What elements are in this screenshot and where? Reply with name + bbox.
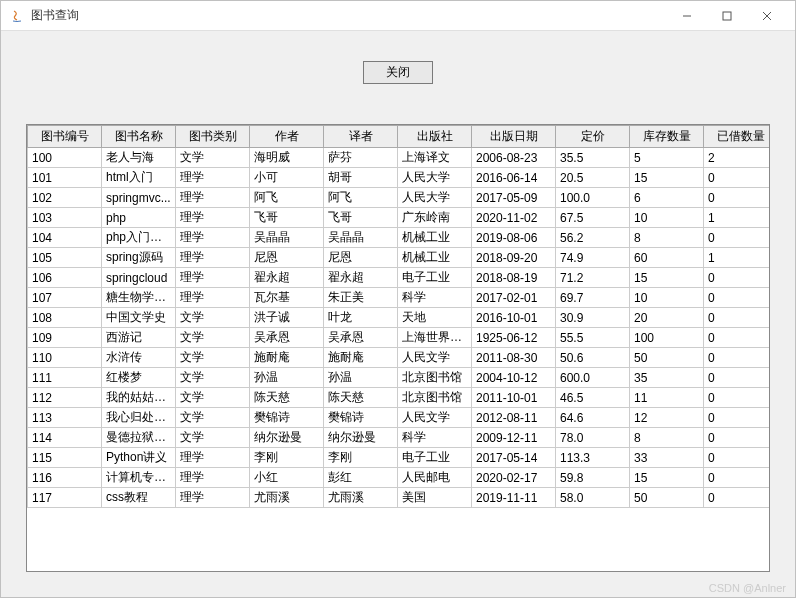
table-cell[interactable]: 2011-08-30 <box>472 348 556 368</box>
column-header[interactable]: 出版社 <box>398 126 472 148</box>
table-cell[interactable]: 陈天慈 <box>250 388 324 408</box>
table-cell[interactable]: 朱正美 <box>324 288 398 308</box>
column-header[interactable]: 定价 <box>556 126 630 148</box>
table-cell[interactable]: 小可 <box>250 168 324 188</box>
table-cell[interactable]: 101 <box>28 168 102 188</box>
table-cell[interactable]: 翟永超 <box>324 268 398 288</box>
table-row[interactable]: 107糖生物学基础理学瓦尔基朱正美科学2017-02-0169.7100 <box>28 288 771 308</box>
table-cell[interactable]: 理学 <box>176 288 250 308</box>
table-cell[interactable]: 11 <box>630 388 704 408</box>
table-cell[interactable]: 李刚 <box>250 448 324 468</box>
table-row[interactable]: 101html入门理学小可胡哥人民大学2016-06-1420.5150 <box>28 168 771 188</box>
table-row[interactable]: 117css教程理学尤雨溪尤雨溪美国2019-11-1158.0500 <box>28 488 771 508</box>
table-cell[interactable]: 102 <box>28 188 102 208</box>
table-cell[interactable]: 纳尔逊曼 <box>250 428 324 448</box>
table-cell[interactable]: 100.0 <box>556 188 630 208</box>
table-cell[interactable]: 0 <box>704 408 771 428</box>
table-cell[interactable]: 叶龙 <box>324 308 398 328</box>
table-cell[interactable]: 文学 <box>176 388 250 408</box>
table-cell[interactable]: 科学 <box>398 428 472 448</box>
table-cell[interactable]: 小红 <box>250 468 324 488</box>
table-cell[interactable]: 吴晶晶 <box>324 228 398 248</box>
table-cell[interactable]: 2020-11-02 <box>472 208 556 228</box>
table-cell[interactable]: 吴承恩 <box>250 328 324 348</box>
table-cell[interactable]: 2017-02-01 <box>472 288 556 308</box>
table-cell[interactable]: 0 <box>704 388 771 408</box>
table-cell[interactable]: 0 <box>704 448 771 468</box>
table-cell[interactable]: 2011-10-01 <box>472 388 556 408</box>
table-cell[interactable]: 30.9 <box>556 308 630 328</box>
table-cell[interactable]: 116 <box>28 468 102 488</box>
table-cell[interactable]: 117 <box>28 488 102 508</box>
table-cell[interactable]: css教程 <box>102 488 176 508</box>
table-cell[interactable]: 人民大学 <box>398 168 472 188</box>
table-row[interactable]: 111红楼梦文学孙温孙温北京图书馆2004-10-12600.0350 <box>28 368 771 388</box>
table-cell[interactable]: 56.2 <box>556 228 630 248</box>
table-cell[interactable]: 海明威 <box>250 148 324 168</box>
column-header[interactable]: 图书类别 <box>176 126 250 148</box>
table-cell[interactable]: 人民大学 <box>398 188 472 208</box>
table-cell[interactable]: 58.0 <box>556 488 630 508</box>
table-cell[interactable]: 尼恩 <box>250 248 324 268</box>
table-cell[interactable]: 2018-08-19 <box>472 268 556 288</box>
table-cell[interactable]: 理学 <box>176 168 250 188</box>
column-header[interactable]: 作者 <box>250 126 324 148</box>
table-row[interactable]: 115Python讲义理学李刚李刚电子工业2017-05-14113.3330 <box>28 448 771 468</box>
column-header[interactable]: 译者 <box>324 126 398 148</box>
table-cell[interactable]: 胡哥 <box>324 168 398 188</box>
table-cell[interactable]: 人民文学 <box>398 348 472 368</box>
table-cell[interactable]: 北京图书馆 <box>398 388 472 408</box>
table-cell[interactable]: 尤雨溪 <box>324 488 398 508</box>
table-cell[interactable]: 天地 <box>398 308 472 328</box>
table-cell[interactable]: 0 <box>704 328 771 348</box>
table-cell[interactable]: 113 <box>28 408 102 428</box>
table-cell[interactable]: 0 <box>704 488 771 508</box>
table-cell[interactable]: 吴承恩 <box>324 328 398 348</box>
table-row[interactable]: 106springcloud理学翟永超翟永超电子工业2018-08-1971.2… <box>28 268 771 288</box>
column-header[interactable]: 图书名称 <box>102 126 176 148</box>
table-row[interactable]: 109西游记文学吴承恩吴承恩上海世界书...1925-06-1255.51000 <box>28 328 771 348</box>
table-cell[interactable]: 尤雨溪 <box>250 488 324 508</box>
table-cell[interactable]: 55.5 <box>556 328 630 348</box>
table-cell[interactable]: 文学 <box>176 148 250 168</box>
table-cell[interactable]: 曼德拉狱中... <box>102 428 176 448</box>
table-cell[interactable]: 理学 <box>176 488 250 508</box>
table-cell[interactable]: 15 <box>630 168 704 188</box>
table-cell[interactable]: 0 <box>704 288 771 308</box>
table-cell[interactable]: 0 <box>704 368 771 388</box>
table-cell[interactable]: 计算机专业... <box>102 468 176 488</box>
table-cell[interactable]: 阿飞 <box>250 188 324 208</box>
table-cell[interactable]: 110 <box>28 348 102 368</box>
table-cell[interactable]: 15 <box>630 268 704 288</box>
table-row[interactable]: 102springmvc...理学阿飞阿飞人民大学2017-05-09100.0… <box>28 188 771 208</box>
table-row[interactable]: 100老人与海文学海明威萨芬上海译文2006-08-2335.552 <box>28 148 771 168</box>
table-cell[interactable]: 0 <box>704 308 771 328</box>
table-cell[interactable]: spring源码 <box>102 248 176 268</box>
table-cell[interactable]: 瓦尔基 <box>250 288 324 308</box>
table-cell[interactable]: 20 <box>630 308 704 328</box>
table-cell[interactable]: 60 <box>630 248 704 268</box>
table-cell[interactable]: 0 <box>704 468 771 488</box>
table-cell[interactable]: Python讲义 <box>102 448 176 468</box>
table-cell[interactable]: 飞哥 <box>324 208 398 228</box>
table-cell[interactable]: 35 <box>630 368 704 388</box>
table-cell[interactable]: 理学 <box>176 268 250 288</box>
column-header[interactable]: 出版日期 <box>472 126 556 148</box>
table-cell[interactable]: 0 <box>704 228 771 248</box>
table-cell[interactable]: 施耐庵 <box>250 348 324 368</box>
table-cell[interactable]: 吴晶晶 <box>250 228 324 248</box>
table-cell[interactable]: 李刚 <box>324 448 398 468</box>
table-cell[interactable]: 71.2 <box>556 268 630 288</box>
table-cell[interactable]: 樊锦诗 <box>324 408 398 428</box>
table-cell[interactable]: 104 <box>28 228 102 248</box>
table-cell[interactable]: 5 <box>630 148 704 168</box>
table-cell[interactable]: 樊锦诗 <box>250 408 324 428</box>
table-cell[interactable]: 西游记 <box>102 328 176 348</box>
table-cell[interactable]: 114 <box>28 428 102 448</box>
table-cell[interactable]: 2019-11-11 <box>472 488 556 508</box>
table-cell[interactable]: 50 <box>630 488 704 508</box>
table-cell[interactable]: 106 <box>28 268 102 288</box>
table-cell[interactable]: 上海世界书... <box>398 328 472 348</box>
table-cell[interactable]: 2016-10-01 <box>472 308 556 328</box>
table-cell[interactable]: 109 <box>28 328 102 348</box>
